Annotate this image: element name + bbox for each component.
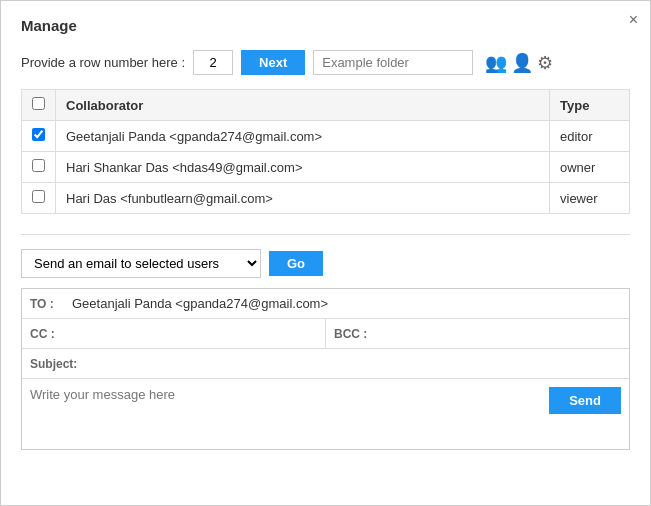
view-users-icon[interactable]: 👥 <box>485 52 507 74</box>
folder-input[interactable] <box>313 50 473 75</box>
user-icons: 👥 👤 ⚙ <box>485 52 553 74</box>
message-row: Send <box>22 379 629 449</box>
select-all-checkbox[interactable] <box>32 97 45 110</box>
subject-label: Subject: <box>30 357 77 371</box>
collaborator-header: Collaborator <box>56 90 550 121</box>
email-action-row: Send an email to selected users Go <box>21 249 630 278</box>
divider <box>21 234 630 235</box>
to-input[interactable] <box>68 294 621 313</box>
type-cell: viewer <box>550 183 630 214</box>
top-row: Provide a row number here : Next 👥 👤 ⚙ <box>21 50 630 75</box>
modal-title: Manage <box>21 17 630 34</box>
cc-section: CC : <box>22 319 325 348</box>
send-btn-wrap: Send <box>541 379 629 422</box>
cc-label: CC : <box>30 327 68 341</box>
collaborator-cell: Hari Das <funbutlearn@gmail.com> <box>56 183 550 214</box>
email-form: TO : CC : BCC : Subject: Send <box>21 288 630 450</box>
collaborators-table: Collaborator Type Geetanjali Panda <gpan… <box>21 89 630 214</box>
type-cell: owner <box>550 152 630 183</box>
bcc-label: BCC : <box>334 327 372 341</box>
row-checkbox[interactable] <box>32 128 45 141</box>
bcc-input[interactable] <box>372 324 621 343</box>
collaborator-cell: Geetanjali Panda <gpanda274@gmail.com> <box>56 121 550 152</box>
bcc-section: BCC : <box>325 319 629 348</box>
add-user-icon[interactable]: 👤 <box>511 52 533 74</box>
table-row: Geetanjali Panda <gpanda274@gmail.com>ed… <box>22 121 630 152</box>
close-button[interactable]: × <box>629 11 638 29</box>
message-textarea[interactable] <box>22 379 541 449</box>
table-row: Hari Shankar Das <hdas49@gmail.com>owner <box>22 152 630 183</box>
row-checkbox[interactable] <box>32 190 45 203</box>
settings-icon[interactable]: ⚙ <box>537 52 553 74</box>
collaborator-cell: Hari Shankar Das <hdas49@gmail.com> <box>56 152 550 183</box>
subject-row: Subject: <box>22 349 629 379</box>
manage-modal: Manage × Provide a row number here : Nex… <box>0 0 651 506</box>
type-cell: editor <box>550 121 630 152</box>
table-row: Hari Das <funbutlearn@gmail.com>viewer <box>22 183 630 214</box>
cc-bcc-row: CC : BCC : <box>22 319 629 349</box>
action-select[interactable]: Send an email to selected users <box>21 249 261 278</box>
row-checkbox[interactable] <box>32 159 45 172</box>
subject-input[interactable] <box>77 354 621 373</box>
row-checkbox-cell <box>22 121 56 152</box>
cc-input[interactable] <box>68 324 317 343</box>
row-checkbox-cell <box>22 152 56 183</box>
row-number-input[interactable] <box>193 50 233 75</box>
to-label: TO : <box>30 297 68 311</box>
type-header: Type <box>550 90 630 121</box>
next-button[interactable]: Next <box>241 50 305 75</box>
go-button[interactable]: Go <box>269 251 323 276</box>
to-row: TO : <box>22 289 629 319</box>
select-all-header <box>22 90 56 121</box>
row-checkbox-cell <box>22 183 56 214</box>
row-number-label: Provide a row number here : <box>21 55 185 70</box>
send-button[interactable]: Send <box>549 387 621 414</box>
